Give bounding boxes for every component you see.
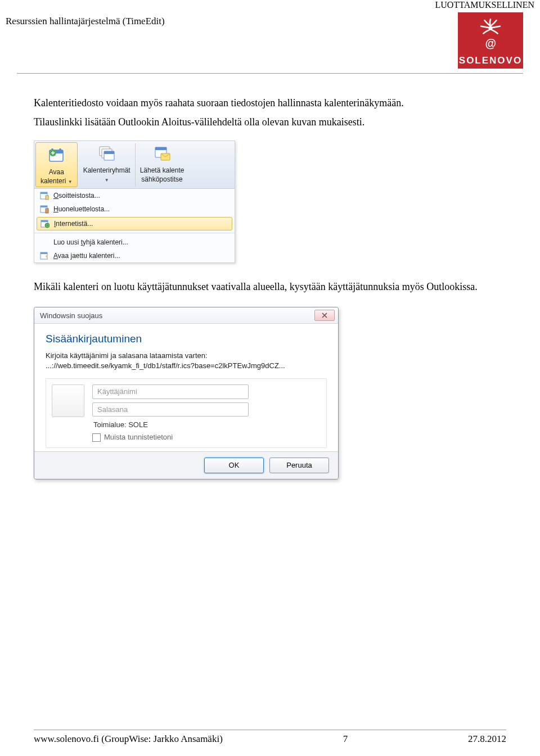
page-number: 7 [343, 734, 348, 745]
menu-label: Huoneluettelosta... [53, 205, 110, 214]
page-content: Kalenteritiedosto voidaan myös raahata s… [0, 74, 540, 479]
remember-label: Muista tunnistetietoni [104, 433, 173, 441]
svg-rect-11 [155, 147, 166, 150]
send-calendar-label-2: sähköpostitse [140, 175, 184, 184]
menu-from-internet[interactable]: Internetistä... [37, 217, 232, 230]
send-calendar-label-1: Lähetä kalente [140, 166, 184, 175]
calendar-shared-icon [40, 251, 49, 260]
dialog-close-button[interactable] [314, 310, 335, 321]
dialog-heading: Sisäänkirjautuminen [46, 332, 327, 346]
svg-rect-14 [40, 192, 47, 194]
close-icon [322, 313, 327, 318]
paragraph-1: Kalenteritiedosto voidaan myös raahata s… [34, 96, 506, 110]
remember-checkbox[interactable] [92, 433, 101, 442]
solenovo-logo: @ SOLENOVO [458, 12, 523, 69]
open-calendar-label-2: kalenteri [40, 177, 66, 185]
svg-rect-17 [40, 206, 47, 207]
open-calendar-button[interactable]: Avaa kalenteri ▼ [35, 142, 78, 188]
user-avatar-icon [52, 384, 84, 417]
calendar-globe-icon [40, 219, 50, 228]
ribbon-buttons-row: Avaa kalenteri ▼ Kalenteriryhmät ▼ [34, 141, 235, 189]
svg-point-0 [488, 26, 492, 30]
dialog-title-text: Windowsin suojaus [40, 311, 102, 321]
logo-at-symbol: @ [458, 37, 523, 50]
svg-point-24 [46, 255, 48, 257]
dialog-titlebar: Windowsin suojaus [34, 307, 338, 324]
svg-rect-15 [46, 196, 49, 200]
confidential-label: LUOTTAMUKSELLINEN [435, 0, 534, 10]
document-title: Resurssien hallintajärjestelmä (TimeEdit… [6, 16, 165, 27]
menu-new-blank-calendar[interactable]: Luo uusi tyhjä kalenteri... [34, 236, 235, 249]
username-input[interactable]: Käyttäjänimi [92, 384, 249, 399]
paragraph-3: Mikäli kalenteri on luotu käyttäjätunnuk… [34, 280, 506, 293]
menu-from-roomlist[interactable]: Huoneluettelosta... [34, 202, 235, 216]
calendar-addressbook-icon [40, 191, 49, 200]
menu-open-shared-calendar[interactable]: Avaa jaettu kalenteri... [34, 249, 235, 262]
footer-left: www.solenovo.fi (GroupWise: Jarkko Ansam… [34, 734, 223, 745]
calendar-mail-icon [153, 144, 171, 162]
open-calendar-dropdown: Osoitteistosta... Huoneluettelosta... In… [34, 189, 235, 262]
calendar-plus-icon [47, 146, 65, 164]
menu-from-addressbook[interactable]: Osoitteistosta... [34, 189, 235, 202]
cancel-button[interactable]: Peruuta [269, 458, 329, 473]
ok-button[interactable]: OK [204, 458, 264, 473]
domain-label: Toimialue: SOLE [93, 420, 321, 430]
paragraph-2: Tilauslinkki lisätään Outlookin Aloitus-… [34, 115, 506, 129]
svg-rect-9 [104, 151, 114, 154]
chevron-down-icon: ▼ [68, 179, 73, 184]
svg-point-4 [59, 148, 61, 151]
menu-label: Avaa jaettu kalenteri... [53, 251, 120, 260]
svg-rect-23 [40, 252, 47, 254]
footer-divider [34, 730, 506, 730]
calendar-groups-label: Kalenteriryhmät [83, 166, 130, 175]
page-footer: www.solenovo.fi (GroupWise: Jarkko Ansam… [0, 730, 540, 745]
dialog-actions: OK Peruuta [34, 451, 338, 479]
calendar-groups-button[interactable]: Kalenteriryhmät ▼ [79, 141, 135, 189]
credentials-panel: Käyttäjänimi Salasana Toimialue: SOLE Mu… [46, 378, 327, 448]
menu-label: Internetistä... [54, 219, 93, 228]
send-calendar-email-button[interactable]: Lähetä kalente sähköpostitse [136, 141, 189, 189]
footer-date: 27.8.2012 [468, 734, 506, 745]
logo-brand-text: SOLENOVO [458, 55, 523, 66]
menu-label: Osoitteistosta... [53, 191, 100, 200]
svg-rect-18 [46, 209, 48, 213]
menu-separator [34, 233, 235, 233]
dialog-instructions: Kirjoita käyttäjänimi ja salasana lataam… [46, 351, 327, 370]
windows-security-dialog: Windowsin suojaus Sisäänkirjautuminen Ki… [34, 307, 339, 479]
svg-rect-20 [41, 220, 48, 222]
outlook-ribbon-figure: Avaa kalenteri ▼ Kalenteriryhmät ▼ [34, 141, 235, 264]
open-calendar-label-1: Avaa [40, 168, 73, 176]
page-header: Resurssien hallintajärjestelmä (TimeEdit… [0, 0, 540, 73]
calendar-room-icon [40, 205, 49, 214]
menu-label: Luo uusi tyhjä kalenteri... [53, 238, 128, 247]
chevron-down-icon: ▼ [105, 178, 109, 183]
remember-row[interactable]: Muista tunnistetietoni [92, 432, 321, 442]
password-input[interactable]: Salasana [92, 402, 249, 417]
calendar-stack-icon [98, 144, 116, 162]
